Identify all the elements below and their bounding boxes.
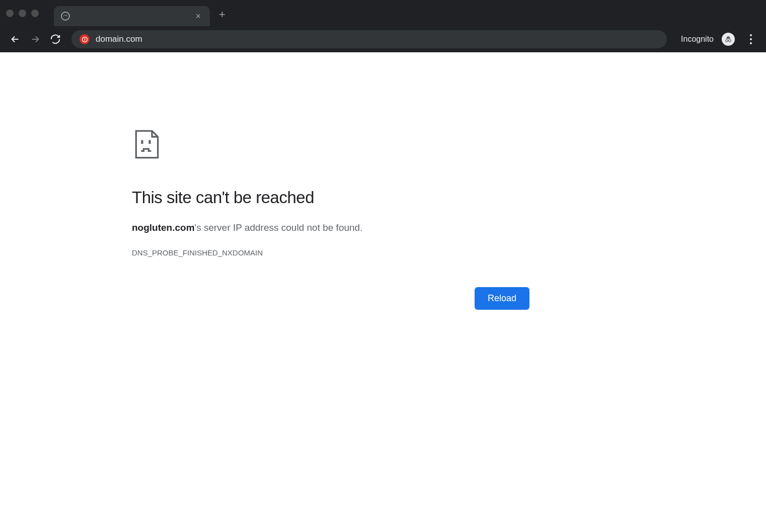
close-tab-button[interactable]: × [193, 10, 203, 23]
error-message: nogluten.com's server IP address could n… [132, 222, 529, 233]
button-row: Reload [132, 287, 529, 310]
close-window-button[interactable] [6, 10, 14, 17]
svg-point-2 [729, 40, 731, 42]
toolbar: domain.com Incognito [0, 26, 766, 52]
minimize-window-button[interactable] [19, 10, 26, 17]
vertical-dots-icon [750, 34, 752, 44]
svg-rect-3 [141, 140, 143, 144]
error-message-text: 's server IP address could not be found. [195, 222, 363, 233]
svg-rect-4 [148, 140, 150, 144]
error-code: DNS_PROBE_FINISHED_NXDOMAIN [132, 248, 529, 257]
titlebar: × + [0, 0, 766, 26]
back-button[interactable] [7, 31, 23, 47]
globe-icon [61, 12, 70, 21]
frowning-page-icon [132, 128, 529, 163]
incognito-label: Incognito [681, 35, 714, 44]
new-tab-button[interactable]: + [219, 8, 225, 21]
svg-point-1 [726, 40, 728, 42]
address-bar[interactable]: domain.com [71, 30, 667, 48]
forward-button[interactable] [27, 31, 43, 47]
reload-button[interactable]: Reload [475, 287, 529, 310]
maximize-window-button[interactable] [31, 10, 39, 17]
error-title: This site can't be reached [132, 188, 529, 207]
browser-menu-button[interactable] [743, 31, 759, 47]
error-domain: nogluten.com [132, 222, 195, 233]
error-container: This site can't be reached nogluten.com'… [132, 128, 529, 310]
browser-tab[interactable]: × [54, 6, 210, 26]
site-info-icon[interactable] [80, 34, 90, 44]
page-content: This site can't be reached nogluten.com'… [0, 52, 766, 532]
address-bar-text: domain.com [96, 34, 142, 44]
reload-nav-button[interactable] [47, 31, 63, 47]
incognito-icon[interactable] [722, 33, 735, 46]
window-controls [6, 10, 39, 17]
